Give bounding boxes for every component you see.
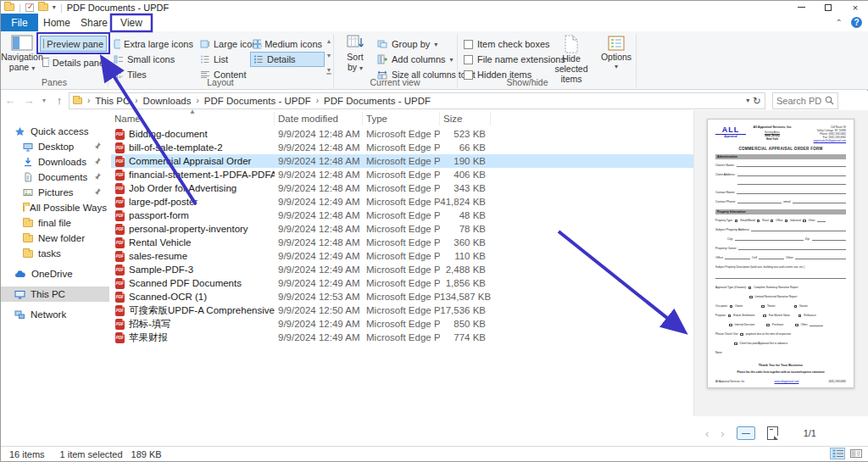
gallery-scroll-down-icon[interactable]: ▼ [324,53,334,59]
selection-size: 189 KB [131,449,162,459]
thumbnail-view-toggle-icon[interactable] [849,448,864,459]
sidebar-item-pictures[interactable]: Pictures [1,185,109,200]
column-header-size[interactable]: Size [440,112,491,125]
breadcrumb-separator: › [195,96,201,105]
tab-file[interactable]: File [1,14,38,31]
options-button[interactable]: Options ▾ [599,35,633,72]
tab-share[interactable]: Share [75,14,113,31]
file-name: Rental Vehicle [129,237,192,248]
status-bar: 16 items 1 item selected 189 KB [1,446,868,461]
previous-page-icon[interactable]: ‹ [705,427,709,440]
breadcrumb-folder[interactable]: PDF Documents - UPDF [204,96,311,106]
refresh-icon[interactable]: ↻ [753,95,761,107]
back-icon[interactable]: ← [1,94,19,107]
sidebar-item-desktop[interactable]: Desktop [1,139,109,154]
next-page-icon[interactable]: › [721,427,724,440]
fit-width-icon[interactable] [737,426,755,440]
file-row[interactable]: Scanned-OCR (1)9/9/2024 12:53 AMMicrosof… [111,290,693,303]
file-name: personal-property-inventory [129,224,248,234]
extra-large-icons-icon [114,39,120,49]
file-row[interactable]: bill-of-sale-template-29/9/2024 12:48 AM… [111,141,693,154]
search-icon [825,96,834,105]
pdf-file-icon [115,197,125,208]
recent-locations-icon[interactable]: ▾ [38,97,50,104]
file-row[interactable]: 可搜索版UPDF-A Comprehensive AI-Po...9/9/202… [111,303,693,317]
sidebar-item-folder[interactable]: New folder [1,231,109,246]
doc-logo: ALL [715,125,746,135]
search-placeholder: Search PD... [776,96,822,106]
fit-page-icon[interactable] [767,426,778,440]
file-row[interactable]: sales-resume9/9/2024 12:49 AMMicrosoft E… [111,249,693,263]
tab-view[interactable]: View [113,14,150,31]
file-row[interactable]: 苹果财报9/9/2024 12:49 AMMicrosoft Edge P...… [111,331,693,344]
folder-icon [23,204,25,212]
file-row-selected[interactable]: Commercial Appraisal Order9/9/2024 12:48… [111,154,693,168]
checkbox-icon [464,55,473,64]
breadcrumb-folder-current[interactable]: PDF Documents - UPDF [324,96,431,106]
layout-small-icons[interactable]: Small icons [111,52,196,67]
maximize-button[interactable] [815,1,842,14]
layout-medium-icons[interactable]: Medium icons [250,36,325,52]
file-row[interactable]: personal-property-inventory9/9/2024 12:4… [111,222,693,236]
qat-properties-icon[interactable] [25,3,34,12]
file-name: Sample-PDF-3 [129,264,193,275]
navigation-pane-button[interactable]: Navigation pane ▾ [4,35,40,74]
minimize-button[interactable] [787,1,815,14]
layout-extra-large-icons[interactable]: Extra large icons [111,36,196,52]
pin-icon [93,157,102,165]
help-icon[interactable]: ? [851,17,862,28]
sidebar-item-quick-access[interactable]: Quick access [1,124,109,139]
pdf-file-icon [115,251,125,262]
collapse-ribbon-icon[interactable]: ⌃ [836,18,843,27]
details-pane-button[interactable]: Details pane [40,54,107,70]
file-row[interactable]: Rental Vehicle9/9/2024 12:48 AMMicrosoft… [111,236,693,249]
add-columns-icon [377,54,387,64]
sidebar-item-onedrive[interactable]: OneDrive [1,266,109,281]
pdf-file-icon [115,170,125,181]
sidebar-item-folder[interactable]: tasks [1,246,109,261]
file-row[interactable]: Sample-PDF-39/9/2024 12:49 AMMicrosoft E… [111,263,693,276]
item-check-boxes-checkbox[interactable]: Item check boxes [464,37,550,51]
breadcrumb-downloads[interactable]: Downloads [143,96,192,106]
file-row[interactable]: Job Order for Advertising9/9/2024 12:48 … [111,181,693,195]
layout-details[interactable]: Details [250,52,325,67]
add-columns-button[interactable]: Add columns▾ [377,53,453,66]
tab-home[interactable]: Home [38,14,75,31]
address-box[interactable]: › This PC › Downloads › PDF Documents - … [69,92,765,109]
address-dropdown-icon[interactable]: ▾ [746,97,749,104]
file-row[interactable]: passport-form9/9/2024 12:48 AMMicrosoft … [111,209,693,222]
sort-by-button[interactable]: Sort by ▾ [338,35,372,74]
search-box[interactable]: Search PD... [772,92,838,109]
file-row[interactable]: 招标-填写9/9/2024 12:49 AMMicrosoft Edge P..… [111,317,693,331]
forward-icon[interactable]: → [19,94,38,107]
file-row[interactable]: Scanned PDF Documents9/9/2024 12:49 AMMi… [111,276,693,290]
sidebar-item-this-pc[interactable]: This PC [1,287,109,302]
sidebar-item-folder[interactable]: final file [1,215,109,231]
file-row[interactable]: Bidding-document9/9/2024 12:48 AMMicroso… [111,127,693,141]
qat-customize-caret-icon[interactable]: ▾ [53,3,56,11]
file-row[interactable]: financial-statement-1-PDFA-PDFA(1)9/9/20… [111,168,693,181]
details-view-toggle-icon[interactable] [830,448,845,459]
pdf-file-icon [115,210,125,221]
gallery-scroll-up-icon[interactable]: ▲ [324,38,334,45]
close-button[interactable]: × [842,1,868,14]
column-header-date-modified[interactable]: Date modified [275,112,363,125]
onedrive-cloud-icon [14,270,26,279]
group-by-button[interactable]: Group by▾ [377,37,437,51]
column-header-type[interactable]: Type [363,112,440,125]
file-row[interactable]: large-pdf-poster9/9/2024 12:49 AMMicroso… [111,195,693,209]
sidebar-item-downloads[interactable]: Downloads [1,154,109,170]
folder-icon [23,250,33,258]
sidebar-item-network[interactable]: Network [1,307,109,322]
details-icon [253,54,264,64]
pin-icon [93,187,102,196]
up-icon[interactable]: ↑ [50,94,69,107]
options-icon [608,35,625,52]
sidebar-item-folder[interactable]: All Possible Ways to [1,200,109,215]
folder-icon [23,235,33,242]
sidebar-item-documents[interactable]: Documents [1,170,109,185]
qat-new-folder-icon[interactable] [38,3,48,11]
doc-title: COMMERCIAL APPRAISAL ORDER FORM [715,147,846,151]
breadcrumb-this-pc[interactable]: This PC [95,96,130,106]
preview-pane-button[interactable]: Preview pane [40,36,107,52]
